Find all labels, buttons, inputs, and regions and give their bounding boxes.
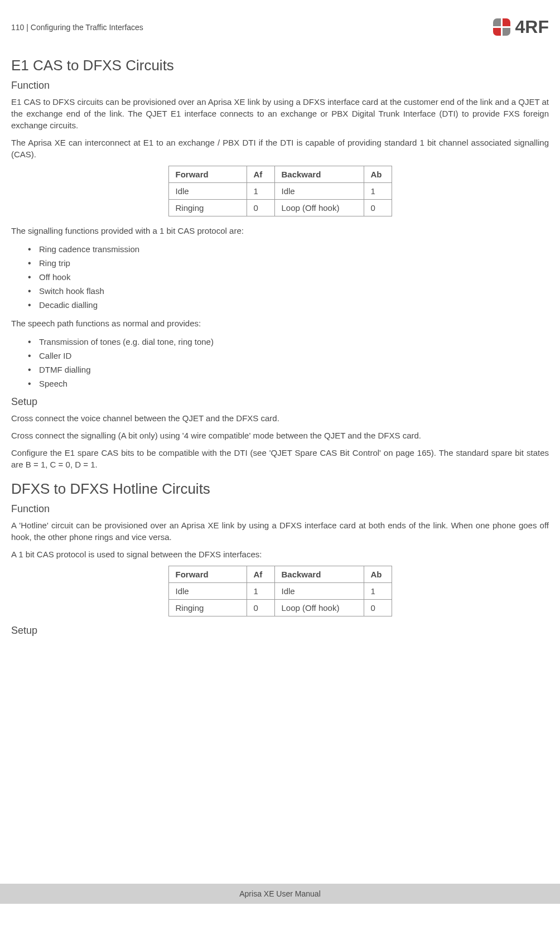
list-item: Transmission of tones (e.g. dial tone, r… xyxy=(11,335,549,349)
list-item: Switch hook flash xyxy=(11,284,549,298)
td-af: 1 xyxy=(247,583,274,600)
th-backward: Backward xyxy=(274,166,364,183)
th-backward: Backward xyxy=(274,566,364,583)
section2-para2: A 1 bit CAS protocol is used to signal b… xyxy=(11,548,549,560)
th-af: Af xyxy=(247,566,274,583)
td-backward: Idle xyxy=(274,583,364,600)
section2-para1: A 'Hotline' circuit can be provisioned o… xyxy=(11,519,549,543)
page-number: 110 xyxy=(11,23,24,32)
table-header-row: Forward Af Backward Ab xyxy=(168,166,392,183)
section1-function-heading: Function xyxy=(11,80,549,91)
td-af: 0 xyxy=(247,200,274,216)
list-item: Ring cadence transmission xyxy=(11,242,549,256)
td-af: 1 xyxy=(247,183,274,200)
logo-icon xyxy=(493,18,511,36)
table-row: Idle 1 Idle 1 xyxy=(168,583,392,600)
list-item: Decadic dialling xyxy=(11,298,549,312)
section1-setup-para2: Cross connect the signalling (A bit only… xyxy=(11,430,549,441)
section1-para3: The signalling functions provided with a… xyxy=(11,225,549,237)
th-ab: Ab xyxy=(364,166,392,183)
section1-title: E1 CAS to DFXS Circuits xyxy=(11,57,549,74)
td-forward: Idle xyxy=(168,183,247,200)
section2-title: DFXS to DFXS Hotline Circuits xyxy=(11,480,549,498)
td-forward: Ringing xyxy=(168,200,247,216)
table-row: Ringing 0 Loop (Off hook) 0 xyxy=(168,200,392,216)
th-ab: Ab xyxy=(364,566,392,583)
td-forward: Idle xyxy=(168,583,247,600)
page-footer: Aprisa XE User Manual xyxy=(0,884,560,904)
page-header: 110 | Configuring the Traffic Interfaces… xyxy=(11,17,549,37)
list-item: Speech xyxy=(11,377,549,391)
td-backward: Loop (Off hook) xyxy=(274,600,364,616)
td-ab: 0 xyxy=(364,200,392,216)
th-forward: Forward xyxy=(168,166,247,183)
td-ab: 1 xyxy=(364,183,392,200)
section1-setup-para3: Configure the E1 spare CAS bits to be co… xyxy=(11,447,549,470)
cas-table-1: Forward Af Backward Ab Idle 1 Idle 1 Rin… xyxy=(168,166,392,216)
logo-text: 4RF xyxy=(515,17,549,37)
list-item: Ring trip xyxy=(11,256,549,270)
th-forward: Forward xyxy=(168,566,247,583)
td-forward: Ringing xyxy=(168,600,247,616)
list-item: Off hook xyxy=(11,270,549,284)
footer-text: Aprisa XE User Manual xyxy=(239,889,321,898)
logo: 4RF xyxy=(493,17,549,37)
td-backward: Loop (Off hook) xyxy=(274,200,364,216)
cas-table-2: Forward Af Backward Ab Idle 1 Idle 1 Rin… xyxy=(168,566,392,616)
table-header-row: Forward Af Backward Ab xyxy=(168,566,392,583)
td-backward: Idle xyxy=(274,183,364,200)
speech-path-list: Transmission of tones (e.g. dial tone, r… xyxy=(11,335,549,391)
section1-setup-heading: Setup xyxy=(11,396,549,408)
table-row: Idle 1 Idle 1 xyxy=(168,183,392,200)
td-af: 0 xyxy=(247,600,274,616)
th-af: Af xyxy=(247,166,274,183)
section1-para2: The Aprisa XE can interconnect at E1 to … xyxy=(11,137,549,160)
header-breadcrumb: 110 | Configuring the Traffic Interfaces xyxy=(11,23,143,32)
list-item: Caller ID xyxy=(11,349,549,363)
section2-function-heading: Function xyxy=(11,503,549,515)
td-ab: 0 xyxy=(364,600,392,616)
section2-setup-heading: Setup xyxy=(11,625,549,637)
section1-setup-para1: Cross connect the voice channel between … xyxy=(11,412,549,424)
signalling-functions-list: Ring cadence transmission Ring trip Off … xyxy=(11,242,549,312)
td-ab: 1 xyxy=(364,583,392,600)
list-item: DTMF dialling xyxy=(11,363,549,377)
section1-para4: The speech path functions as normal and … xyxy=(11,317,549,329)
table-row: Ringing 0 Loop (Off hook) 0 xyxy=(168,600,392,616)
section-name: Configuring the Traffic Interfaces xyxy=(31,23,143,32)
section1-para1: E1 CAS to DFXS circuits can be provision… xyxy=(11,96,549,131)
